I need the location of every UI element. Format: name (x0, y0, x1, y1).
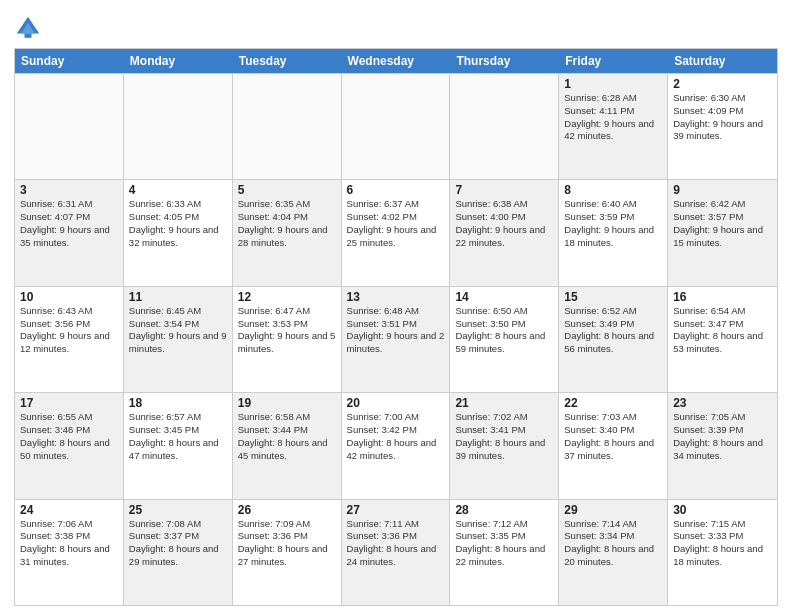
day-number: 23 (673, 396, 772, 410)
day-info: Sunrise: 6:50 AM Sunset: 3:50 PM Dayligh… (455, 305, 553, 356)
day-info: Sunrise: 6:33 AM Sunset: 4:05 PM Dayligh… (129, 198, 227, 249)
calendar-cell: 3Sunrise: 6:31 AM Sunset: 4:07 PM Daylig… (15, 180, 124, 285)
day-info: Sunrise: 6:47 AM Sunset: 3:53 PM Dayligh… (238, 305, 336, 356)
header-day-saturday: Saturday (668, 49, 777, 73)
day-number: 25 (129, 503, 227, 517)
day-number: 16 (673, 290, 772, 304)
day-info: Sunrise: 6:42 AM Sunset: 3:57 PM Dayligh… (673, 198, 772, 249)
day-info: Sunrise: 6:45 AM Sunset: 3:54 PM Dayligh… (129, 305, 227, 356)
day-info: Sunrise: 7:08 AM Sunset: 3:37 PM Dayligh… (129, 518, 227, 569)
header-day-friday: Friday (559, 49, 668, 73)
calendar-cell: 13Sunrise: 6:48 AM Sunset: 3:51 PM Dayli… (342, 287, 451, 392)
day-info: Sunrise: 6:57 AM Sunset: 3:45 PM Dayligh… (129, 411, 227, 462)
day-number: 22 (564, 396, 662, 410)
day-info: Sunrise: 6:52 AM Sunset: 3:49 PM Dayligh… (564, 305, 662, 356)
calendar-cell: 10Sunrise: 6:43 AM Sunset: 3:56 PM Dayli… (15, 287, 124, 392)
day-number: 17 (20, 396, 118, 410)
calendar-cell: 27Sunrise: 7:11 AM Sunset: 3:36 PM Dayli… (342, 500, 451, 605)
day-info: Sunrise: 6:38 AM Sunset: 4:00 PM Dayligh… (455, 198, 553, 249)
day-number: 24 (20, 503, 118, 517)
header-day-monday: Monday (124, 49, 233, 73)
day-number: 26 (238, 503, 336, 517)
calendar-cell (233, 74, 342, 179)
day-info: Sunrise: 6:48 AM Sunset: 3:51 PM Dayligh… (347, 305, 445, 356)
calendar-cell: 24Sunrise: 7:06 AM Sunset: 3:38 PM Dayli… (15, 500, 124, 605)
day-info: Sunrise: 7:11 AM Sunset: 3:36 PM Dayligh… (347, 518, 445, 569)
day-number: 19 (238, 396, 336, 410)
calendar-cell (342, 74, 451, 179)
calendar-cell: 5Sunrise: 6:35 AM Sunset: 4:04 PM Daylig… (233, 180, 342, 285)
calendar-row-4: 17Sunrise: 6:55 AM Sunset: 3:46 PM Dayli… (15, 392, 777, 498)
calendar-cell: 18Sunrise: 6:57 AM Sunset: 3:45 PM Dayli… (124, 393, 233, 498)
header-day-wednesday: Wednesday (342, 49, 451, 73)
day-info: Sunrise: 6:30 AM Sunset: 4:09 PM Dayligh… (673, 92, 772, 143)
calendar-cell: 25Sunrise: 7:08 AM Sunset: 3:37 PM Dayli… (124, 500, 233, 605)
calendar-cell: 29Sunrise: 7:14 AM Sunset: 3:34 PM Dayli… (559, 500, 668, 605)
day-number: 8 (564, 183, 662, 197)
day-info: Sunrise: 7:06 AM Sunset: 3:38 PM Dayligh… (20, 518, 118, 569)
day-info: Sunrise: 7:02 AM Sunset: 3:41 PM Dayligh… (455, 411, 553, 462)
logo-icon (14, 14, 42, 42)
day-info: Sunrise: 6:40 AM Sunset: 3:59 PM Dayligh… (564, 198, 662, 249)
day-number: 13 (347, 290, 445, 304)
calendar-cell: 4Sunrise: 6:33 AM Sunset: 4:05 PM Daylig… (124, 180, 233, 285)
day-info: Sunrise: 6:55 AM Sunset: 3:46 PM Dayligh… (20, 411, 118, 462)
calendar-cell: 21Sunrise: 7:02 AM Sunset: 3:41 PM Dayli… (450, 393, 559, 498)
day-info: Sunrise: 6:37 AM Sunset: 4:02 PM Dayligh… (347, 198, 445, 249)
day-number: 27 (347, 503, 445, 517)
calendar-row-3: 10Sunrise: 6:43 AM Sunset: 3:56 PM Dayli… (15, 286, 777, 392)
calendar-cell: 28Sunrise: 7:12 AM Sunset: 3:35 PM Dayli… (450, 500, 559, 605)
day-info: Sunrise: 7:03 AM Sunset: 3:40 PM Dayligh… (564, 411, 662, 462)
day-info: Sunrise: 7:09 AM Sunset: 3:36 PM Dayligh… (238, 518, 336, 569)
day-number: 18 (129, 396, 227, 410)
day-number: 2 (673, 77, 772, 91)
calendar-cell: 9Sunrise: 6:42 AM Sunset: 3:57 PM Daylig… (668, 180, 777, 285)
day-number: 9 (673, 183, 772, 197)
calendar-cell: 23Sunrise: 7:05 AM Sunset: 3:39 PM Dayli… (668, 393, 777, 498)
day-info: Sunrise: 6:43 AM Sunset: 3:56 PM Dayligh… (20, 305, 118, 356)
day-info: Sunrise: 7:15 AM Sunset: 3:33 PM Dayligh… (673, 518, 772, 569)
calendar-cell: 6Sunrise: 6:37 AM Sunset: 4:02 PM Daylig… (342, 180, 451, 285)
calendar-cell: 2Sunrise: 6:30 AM Sunset: 4:09 PM Daylig… (668, 74, 777, 179)
header (14, 10, 778, 42)
header-day-tuesday: Tuesday (233, 49, 342, 73)
calendar-cell: 11Sunrise: 6:45 AM Sunset: 3:54 PM Dayli… (124, 287, 233, 392)
day-number: 14 (455, 290, 553, 304)
day-info: Sunrise: 6:54 AM Sunset: 3:47 PM Dayligh… (673, 305, 772, 356)
day-info: Sunrise: 7:14 AM Sunset: 3:34 PM Dayligh… (564, 518, 662, 569)
day-info: Sunrise: 7:12 AM Sunset: 3:35 PM Dayligh… (455, 518, 553, 569)
day-number: 4 (129, 183, 227, 197)
calendar-row-2: 3Sunrise: 6:31 AM Sunset: 4:07 PM Daylig… (15, 179, 777, 285)
calendar-cell: 1Sunrise: 6:28 AM Sunset: 4:11 PM Daylig… (559, 74, 668, 179)
day-number: 12 (238, 290, 336, 304)
day-number: 20 (347, 396, 445, 410)
calendar-cell (124, 74, 233, 179)
page: SundayMondayTuesdayWednesdayThursdayFrid… (0, 0, 792, 612)
calendar-cell: 14Sunrise: 6:50 AM Sunset: 3:50 PM Dayli… (450, 287, 559, 392)
calendar-row-5: 24Sunrise: 7:06 AM Sunset: 3:38 PM Dayli… (15, 499, 777, 605)
calendar-cell: 26Sunrise: 7:09 AM Sunset: 3:36 PM Dayli… (233, 500, 342, 605)
calendar-cell: 22Sunrise: 7:03 AM Sunset: 3:40 PM Dayli… (559, 393, 668, 498)
day-number: 10 (20, 290, 118, 304)
calendar-cell (15, 74, 124, 179)
calendar-cell: 20Sunrise: 7:00 AM Sunset: 3:42 PM Dayli… (342, 393, 451, 498)
calendar-cell: 17Sunrise: 6:55 AM Sunset: 3:46 PM Dayli… (15, 393, 124, 498)
day-number: 1 (564, 77, 662, 91)
day-info: Sunrise: 7:00 AM Sunset: 3:42 PM Dayligh… (347, 411, 445, 462)
day-number: 28 (455, 503, 553, 517)
header-day-thursday: Thursday (450, 49, 559, 73)
calendar-cell (450, 74, 559, 179)
calendar-body: 1Sunrise: 6:28 AM Sunset: 4:11 PM Daylig… (15, 73, 777, 605)
calendar-cell: 8Sunrise: 6:40 AM Sunset: 3:59 PM Daylig… (559, 180, 668, 285)
day-number: 30 (673, 503, 772, 517)
day-number: 21 (455, 396, 553, 410)
calendar-cell: 12Sunrise: 6:47 AM Sunset: 3:53 PM Dayli… (233, 287, 342, 392)
calendar-cell: 30Sunrise: 7:15 AM Sunset: 3:33 PM Dayli… (668, 500, 777, 605)
day-info: Sunrise: 7:05 AM Sunset: 3:39 PM Dayligh… (673, 411, 772, 462)
header-day-sunday: Sunday (15, 49, 124, 73)
calendar-row-1: 1Sunrise: 6:28 AM Sunset: 4:11 PM Daylig… (15, 73, 777, 179)
calendar-cell: 19Sunrise: 6:58 AM Sunset: 3:44 PM Dayli… (233, 393, 342, 498)
calendar: SundayMondayTuesdayWednesdayThursdayFrid… (14, 48, 778, 606)
day-number: 6 (347, 183, 445, 197)
logo (14, 14, 44, 42)
